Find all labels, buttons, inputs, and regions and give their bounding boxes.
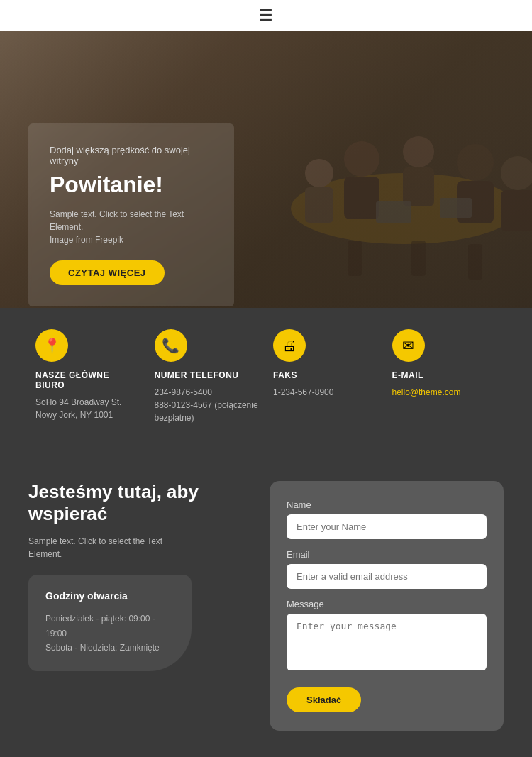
svg-point-9	[501, 156, 532, 190]
cta-button[interactable]: CZYTAJ WIĘCEJ	[50, 260, 165, 285]
svg-point-3	[403, 136, 434, 167]
hero-section: Dodaj większą prędkość do swojej witryny…	[0, 31, 532, 308]
contact-value-fax: 1-234-567-8900	[273, 386, 378, 399]
email-group: Email	[287, 549, 487, 589]
contact-item-phone: 📞 NUMER TELEFONU 234-9876-5400 888-0123-…	[148, 329, 267, 424]
contact-value-email: hello@theme.com	[392, 386, 497, 399]
hero-text: Sample text. Click to select the Text El…	[50, 208, 213, 246]
name-group: Name	[287, 499, 487, 539]
svg-rect-12	[440, 198, 472, 218]
svg-point-5	[457, 144, 494, 181]
hero-content-box: Dodaj większą prędkość do swojej witryny…	[28, 123, 234, 306]
message-label: Message	[287, 599, 487, 609]
svg-rect-10	[501, 190, 532, 231]
svg-rect-15	[468, 244, 482, 280]
contact-label-phone: NUMER TELEFONU	[155, 370, 260, 380]
name-input[interactable]	[287, 514, 487, 539]
email-icon: ✉	[392, 329, 425, 362]
svg-rect-8	[305, 187, 333, 223]
contact-item-office: 📍 NASZE GŁÓWNE BIURO SoHo 94 Broadway St…	[28, 329, 148, 424]
svg-point-1	[344, 141, 379, 177]
message-textarea[interactable]	[287, 614, 487, 670]
submit-button[interactable]: Składać	[287, 687, 361, 712]
header: ☰	[0, 0, 532, 31]
email-label: Email	[287, 549, 487, 560]
bottom-section: Jesteśmy tutaj, aby wspierać Sample text…	[0, 460, 532, 757]
hamburger-icon[interactable]: ☰	[259, 6, 273, 25]
name-label: Name	[287, 499, 487, 510]
hero-title: Powitanie!	[50, 172, 213, 198]
svg-rect-13	[348, 241, 362, 276]
hours-box: Godziny otwarcia Poniedziałek - piątek: …	[28, 575, 192, 670]
hours-row-weekday: Poniedziałek - piątek: 09:00 - 19:00	[45, 612, 174, 641]
left-column: Jesteśmy tutaj, aby wspierać Sample text…	[28, 481, 248, 731]
fax-icon: 🖨	[273, 329, 306, 362]
svg-rect-11	[376, 201, 411, 223]
message-group: Message	[287, 599, 487, 673]
contact-item-email: ✉ E-MAIL hello@theme.com	[385, 329, 504, 424]
section-spacer	[0, 438, 532, 460]
svg-rect-4	[403, 167, 434, 206]
hero-subtitle: Dodaj większą prędkość do swojej witryny	[50, 145, 213, 166]
section-title: Jesteśmy tutaj, aby wspierać	[28, 481, 248, 525]
svg-rect-14	[411, 241, 426, 276]
contact-label-fax: FAKS	[273, 370, 378, 380]
hours-row-weekend: Sobota - Niedziela: Zamknięte	[45, 641, 174, 655]
svg-point-7	[305, 159, 333, 187]
email-input[interactable]	[287, 564, 487, 589]
form-column: Name Email Message Składać	[270, 481, 504, 731]
section-desc: Sample text. Click to select the Text El…	[28, 535, 248, 560]
contact-value-office: SoHo 94 Broadway St. Nowy Jork, NY 1001	[35, 396, 140, 421]
contact-label-office: NASZE GŁÓWNE BIURO	[35, 370, 140, 390]
hours-title: Godziny otwarcia	[45, 590, 174, 602]
email-link[interactable]: hello@theme.com	[392, 387, 461, 397]
location-icon: 📍	[35, 329, 68, 362]
contact-bar: 📍 NASZE GŁÓWNE BIURO SoHo 94 Broadway St…	[0, 308, 532, 438]
svg-rect-2	[344, 177, 379, 219]
contact-item-fax: 🖨 FAKS 1-234-567-8900	[266, 329, 385, 424]
contact-value-phone: 234-9876-5400 888-0123-4567 (połączenie …	[155, 386, 260, 424]
contact-form-card: Name Email Message Składać	[270, 481, 504, 731]
contact-label-email: E-MAIL	[392, 370, 497, 380]
phone-icon: 📞	[155, 329, 187, 362]
